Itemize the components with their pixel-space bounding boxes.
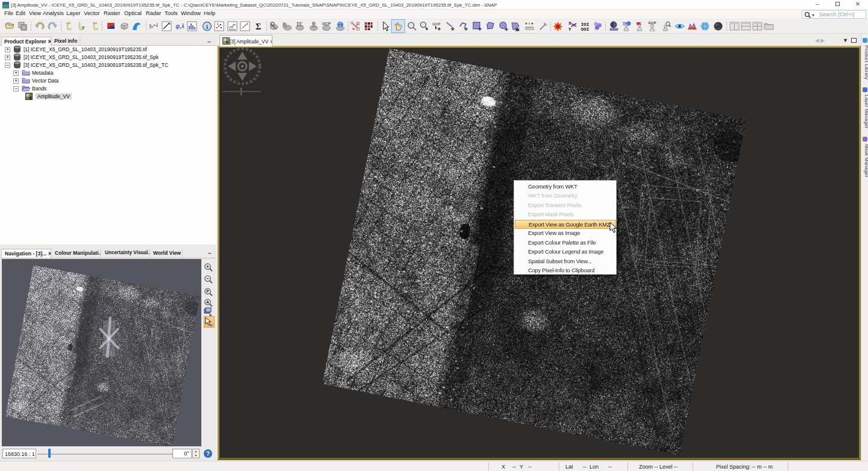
svg-text:i: i [206, 23, 208, 30]
svg-text:φ,λ: φ,λ [175, 23, 184, 30]
svg-text:A: A [206, 300, 209, 304]
svg-text:?: ? [206, 451, 210, 457]
svg-text:P: P [206, 289, 209, 293]
svg-text:X: X [568, 21, 571, 25]
svg-text:OOI: OOI [581, 27, 590, 32]
svg-text:GCP: GCP [322, 22, 331, 26]
svg-text:Y: Y [568, 27, 571, 31]
svg-text:?: ? [528, 22, 530, 26]
svg-text:Σ: Σ [256, 22, 261, 31]
svg-text:GCP: GCP [648, 21, 656, 25]
svg-text:GCP: GCP [432, 22, 440, 26]
